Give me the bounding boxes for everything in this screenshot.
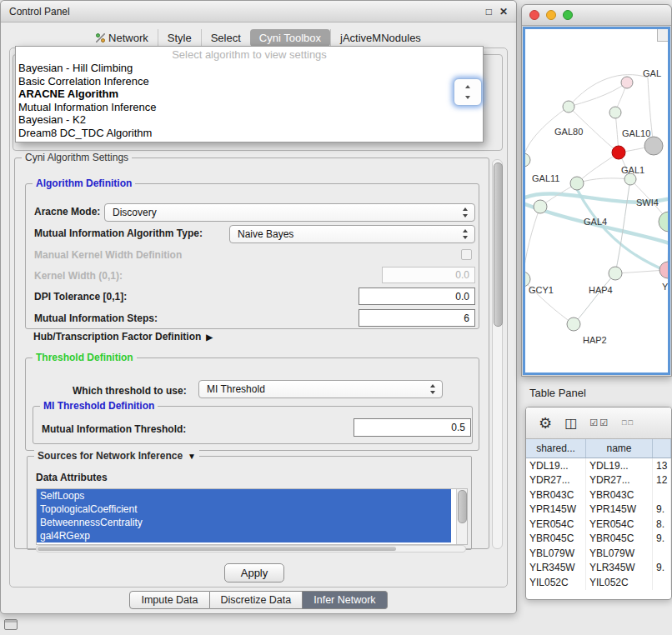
attributes-scrollbar-thumb[interactable] xyxy=(458,490,467,523)
table-cell: YIL052C xyxy=(526,575,586,590)
network-canvas[interactable]: GALGAL80GAL10GAL11GAL1SWI4GAL4GCY1HAP4HA… xyxy=(523,27,670,375)
tab-network[interactable]: Network xyxy=(87,29,158,47)
mi-steps-field[interactable] xyxy=(359,309,475,327)
table-cell: YLR345W xyxy=(526,561,586,576)
window-buttons: □ ✕ xyxy=(486,7,508,17)
close-traffic-light[interactable] xyxy=(529,10,539,20)
window-close-icon[interactable]: ✕ xyxy=(499,7,508,17)
attribute-item[interactable]: SelfLoops xyxy=(37,489,451,502)
network-window-titlebar[interactable] xyxy=(522,5,671,26)
mi-type-value: Naive Bayes xyxy=(238,228,293,240)
mi-threshold-group-label: MI Threshold Definition xyxy=(40,400,158,412)
aracne-mode-combo[interactable]: Discovery xyxy=(104,203,475,222)
algorithm-option[interactable]: Bayesian - K2 xyxy=(16,113,483,127)
which-threshold-value: MI Threshold xyxy=(207,383,265,395)
table-row[interactable]: YIL052CYIL052C xyxy=(526,575,671,590)
algorithm-option[interactable]: Dream8 DC_TDC Algorithm xyxy=(16,127,483,140)
network-node[interactable] xyxy=(609,267,622,280)
sources-group-toggle[interactable]: Sources for Network Inference ▼ xyxy=(34,450,199,462)
attributes-hscrollbar[interactable] xyxy=(36,545,466,552)
network-node-label: GAL11 xyxy=(532,173,559,183)
select-all-icon[interactable]: ☑☑ xyxy=(589,418,609,428)
data-attributes-list[interactable]: SelfLoopsTopologicalCoefficientBetweenne… xyxy=(36,488,468,545)
algorithm-combo-fragment[interactable] xyxy=(454,78,482,106)
tab-select[interactable]: Select xyxy=(201,29,250,47)
which-threshold-combo[interactable]: MI Threshold xyxy=(198,380,443,398)
network-node[interactable] xyxy=(563,101,574,112)
table-cell: YBR043C xyxy=(586,488,653,502)
mi-threshold-group: MI Threshold Definition Mutual Informati… xyxy=(33,406,473,444)
table-cell: 9. xyxy=(653,502,671,518)
zoom-traffic-light[interactable] xyxy=(563,10,573,20)
settings-scrollbar[interactable] xyxy=(492,159,503,549)
bottom-tab-infer-network[interactable]: Infer Network xyxy=(303,591,387,609)
table-row[interactable]: YLR345WYLR345W9. xyxy=(526,561,671,576)
network-node[interactable] xyxy=(534,200,547,213)
tab-label: jActiveMNodules xyxy=(340,32,421,44)
network-node[interactable] xyxy=(621,77,633,88)
network-node[interactable] xyxy=(659,212,669,232)
mi-type-combo[interactable]: Naive Bayes xyxy=(229,225,475,243)
dpi-tolerance-label: DPI Tolerance [0,1]: xyxy=(34,291,127,302)
tab-jactivemnodules[interactable]: jActiveMNodules xyxy=(330,29,430,47)
table-row[interactable]: YBL079WYBL079W xyxy=(526,546,671,561)
aracne-mode-label: Aracne Mode: xyxy=(34,206,100,218)
tab-cyni-toolbox[interactable]: Cyni Toolbox xyxy=(250,29,330,47)
apply-button[interactable]: Apply xyxy=(224,563,284,582)
bottom-tab-impute-data[interactable]: Impute Data xyxy=(129,591,209,609)
mi-threshold-field[interactable] xyxy=(354,418,471,437)
network-node[interactable] xyxy=(567,318,580,331)
gear-icon[interactable]: ⚙ xyxy=(539,416,552,431)
network-view-window: GALGAL80GAL10GAL11GAL1SWI4GAL4GCY1HAP4HA… xyxy=(521,4,672,377)
kernel-width-field[interactable] xyxy=(382,267,475,283)
attribute-item[interactable]: BetweennessCentrality xyxy=(37,516,451,529)
table-row[interactable]: YDR27...YDR27...12 xyxy=(526,473,671,488)
docked-window-icon[interactable] xyxy=(4,619,18,630)
settings-scrollbar-thumb[interactable] xyxy=(494,162,503,327)
expand-down-icon: ▼ xyxy=(188,452,196,461)
apply-button-label: Apply xyxy=(241,567,268,579)
network-node[interactable] xyxy=(624,173,636,185)
table-cell: YIL052C xyxy=(586,575,653,590)
bottom-tab-discretize-data[interactable]: Discretize Data xyxy=(210,591,303,609)
algorithm-option[interactable]: Bayesian - Hill Climbing xyxy=(16,62,483,75)
tab-label: Select xyxy=(211,32,241,44)
control-panel-titlebar[interactable]: Control Panel □ ✕ xyxy=(1,1,516,22)
table-row[interactable]: YER054CYER054C8. xyxy=(526,517,671,532)
algorithm-option[interactable]: Basic Correlation Inference xyxy=(16,75,483,88)
attributes-hscrollbar-thumb[interactable] xyxy=(38,547,396,551)
network-node-label: HAP4 xyxy=(589,285,613,295)
hub-section-toggle[interactable]: Hub/Transcription Factor Definition ▶ xyxy=(33,331,213,342)
table-column-header[interactable]: name xyxy=(586,439,653,458)
network-node[interactable] xyxy=(612,146,625,159)
attributes-list-scrollbar[interactable] xyxy=(456,489,467,544)
attribute-item[interactable]: TopologicalCoefficient xyxy=(37,502,451,516)
manual-kernel-checkbox[interactable] xyxy=(461,249,472,260)
network-node[interactable] xyxy=(659,262,669,278)
table-row[interactable]: YBR045CYBR045C9. xyxy=(526,532,671,547)
table-column-header[interactable]: shared... xyxy=(526,439,586,458)
bottom-tabs: Impute DataDiscretize DataInfer Network xyxy=(1,591,516,609)
table-cell: 9. xyxy=(653,561,671,576)
table-row[interactable]: YBR043CYBR043C xyxy=(526,488,671,502)
deselect-all-icon[interactable]: □□ xyxy=(622,419,634,427)
table-row[interactable]: YDL19...YDL19...13 xyxy=(526,458,671,473)
table-cell: YDL19... xyxy=(526,458,586,473)
minimize-traffic-light[interactable] xyxy=(546,10,556,20)
algorithm-option[interactable]: Mutual Information Inference xyxy=(16,101,483,114)
attribute-item[interactable]: gal4RGexp xyxy=(37,529,451,542)
dpi-tolerance-field[interactable] xyxy=(359,288,475,305)
window-restore-icon[interactable]: □ xyxy=(486,7,492,17)
network-node[interactable] xyxy=(570,177,584,190)
algorithm-option[interactable]: ARACNE Algorithm xyxy=(16,88,483,101)
columns-icon[interactable]: ◫ xyxy=(564,417,577,430)
table-cell: YPR145W xyxy=(586,502,653,518)
table-column-header[interactable] xyxy=(653,439,671,458)
tab-style[interactable]: Style xyxy=(158,29,201,47)
table-row[interactable]: YPR145WYPR145W9. xyxy=(526,502,671,518)
network-node[interactable] xyxy=(609,107,621,118)
network-node[interactable] xyxy=(525,153,530,167)
table-header[interactable]: shared...name xyxy=(526,439,671,458)
table-cell: YER054C xyxy=(586,517,653,532)
network-node[interactable] xyxy=(644,137,663,155)
